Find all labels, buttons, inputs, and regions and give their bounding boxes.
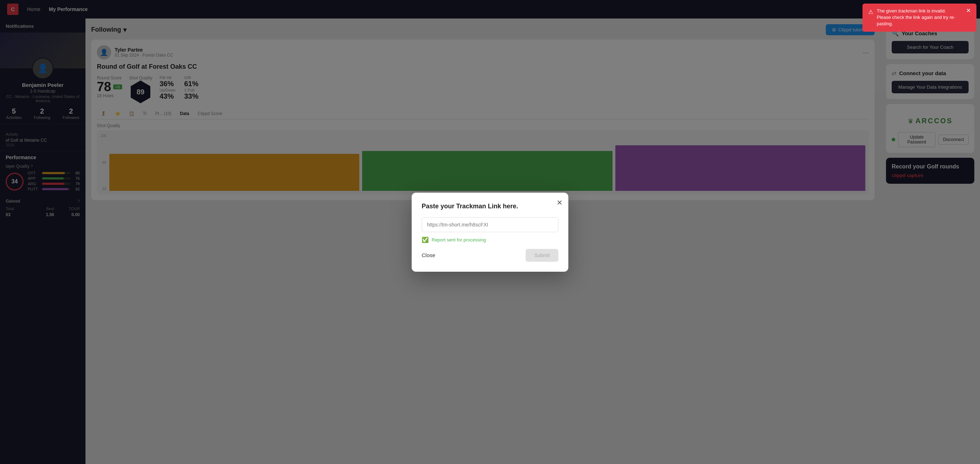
modal-close-icon[interactable]: ✕: [557, 199, 563, 207]
modal-success-message: ✅ Report sent for processing: [422, 237, 558, 243]
modal-title: Paste your Trackman Link here.: [422, 203, 558, 210]
modal-submit-button[interactable]: Submit: [526, 249, 558, 262]
toast-close-button[interactable]: ✕: [966, 8, 971, 14]
trackman-link-input[interactable]: [422, 217, 558, 232]
check-circle-icon: ✅: [422, 237, 429, 243]
warning-icon: ⚠: [868, 8, 873, 16]
modal-overlay[interactable]: Paste your Trackman Link here. ✕ ✅ Repor…: [0, 0, 980, 464]
success-text: Report sent for processing: [431, 237, 486, 243]
trackman-modal: Paste your Trackman Link here. ✕ ✅ Repor…: [412, 193, 568, 272]
modal-actions: Close Submit: [422, 249, 558, 262]
toast-message: The given trackman link is invalid. Plea…: [877, 8, 960, 27]
error-toast: ⚠ The given trackman link is invalid. Pl…: [862, 3, 977, 32]
modal-close-button[interactable]: Close: [422, 252, 435, 258]
